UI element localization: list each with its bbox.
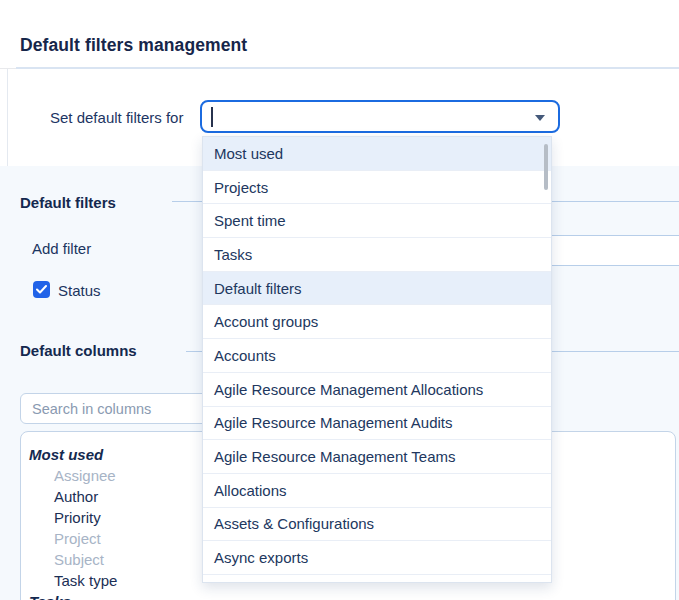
dropdown-option[interactable]: Projects [203, 171, 551, 205]
set-default-filters-combobox[interactable] [200, 100, 560, 133]
dropdown-option[interactable]: Assets & Configurations [203, 508, 551, 542]
combobox-search-input[interactable] [211, 106, 531, 129]
default-columns-heading: Default columns [20, 342, 137, 359]
panel-left-border [7, 69, 8, 166]
add-filter-label: Add filter [32, 240, 91, 257]
default-filters-heading: Default filters [20, 194, 116, 211]
header-divider [16, 67, 679, 69]
dropdown-scrollbar[interactable] [544, 144, 548, 190]
dropdown-option[interactable]: Account groups [203, 305, 551, 339]
dropdown-option[interactable]: Tasks [203, 238, 551, 272]
check-icon [36, 285, 47, 294]
dropdown-option[interactable]: Most used [203, 137, 551, 171]
dropdown-option[interactable]: Async exports [203, 541, 551, 575]
dropdown-option[interactable]: Accounts [203, 339, 551, 373]
dropdown-option-partial [203, 575, 551, 582]
dropdown-option[interactable]: Default filters [203, 272, 551, 306]
status-filter-checkbox[interactable] [33, 281, 50, 298]
chevron-down-icon[interactable] [535, 115, 545, 121]
header-divider-stub [0, 68, 16, 69]
dropdown-option[interactable]: Spent time [203, 204, 551, 238]
dropdown-option[interactable]: Agile Resource Management Allocations [203, 373, 551, 407]
combobox-dropdown-list: Most used Projects Spent time Tasks Defa… [202, 136, 552, 583]
set-default-filters-label: Set default filters for [50, 109, 183, 126]
dropdown-option[interactable]: Agile Resource Management Teams [203, 440, 551, 474]
default-filters-management-page: Default filters management Set default f… [0, 0, 679, 600]
text-cursor [211, 107, 213, 127]
status-filter-label: Status [58, 282, 101, 299]
page-title: Default filters management [20, 35, 247, 56]
column-group-title: Tasks [29, 591, 675, 600]
dropdown-option[interactable]: Agile Resource Management Audits [203, 407, 551, 441]
dropdown-option[interactable]: Allocations [203, 474, 551, 508]
